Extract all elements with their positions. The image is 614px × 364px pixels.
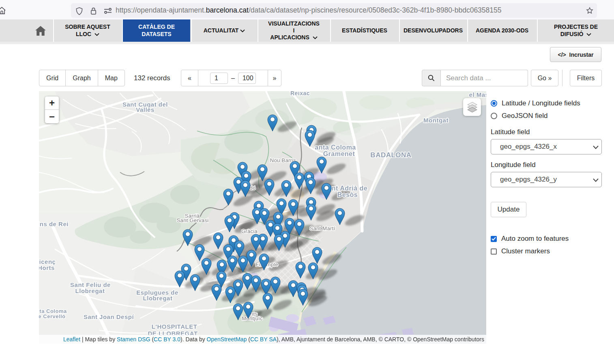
svg-text:e Cervelló: e Cervelló bbox=[39, 313, 66, 319]
svg-text:Reixac: Reixac bbox=[290, 91, 310, 96]
svg-text:Llobregat: Llobregat bbox=[75, 287, 105, 294]
svg-text:anta Coloma: anta Coloma bbox=[315, 144, 356, 151]
svg-text:Montjuïc: Montjuïc bbox=[242, 315, 263, 321]
svg-text:dó: dó bbox=[249, 185, 255, 191]
svg-text:nt Adrià de: nt Adrià de bbox=[332, 185, 367, 192]
svg-text:Montgat: Montgat bbox=[423, 117, 449, 124]
svg-text:Sant Martí: Sant Martí bbox=[310, 225, 335, 231]
svg-text:Gramenet: Gramenet bbox=[323, 150, 355, 157]
svg-text:Horts: Horts bbox=[39, 264, 55, 271]
svg-text:Gràcia: Gràcia bbox=[241, 228, 258, 234]
svg-text:el Mas: el Mas bbox=[469, 91, 486, 98]
svg-text:Sant Joan Despí: Sant Joan Despí bbox=[84, 313, 134, 320]
svg-text:Besòs: Besòs bbox=[337, 191, 358, 198]
svg-text:Llobregat: Llobregat bbox=[143, 295, 173, 302]
svg-text:BADALONA: BADALONA bbox=[370, 151, 411, 159]
svg-text:Sant Gervasi: Sant Gervasi bbox=[177, 217, 209, 223]
svg-text:Vallès: Vallès bbox=[136, 106, 155, 113]
svg-text:L'HOSPITALET: L'HOSPITALET bbox=[152, 323, 198, 330]
svg-text:ins de Rei: ins de Rei bbox=[39, 221, 69, 227]
